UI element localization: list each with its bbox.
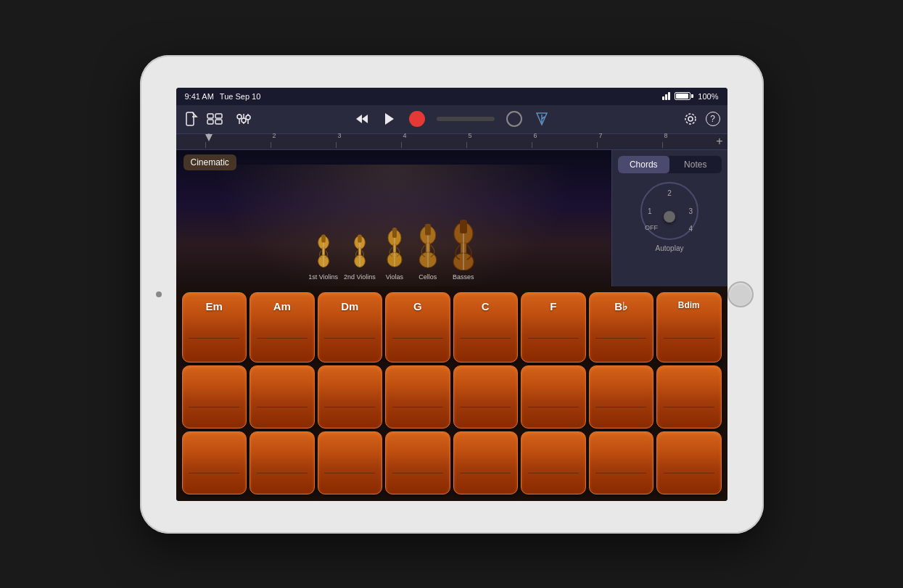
svg-rect-1 [207,114,213,118]
svg-point-17 [688,117,693,121]
chord-btn-bdim-top[interactable]: Bdim [656,292,722,363]
instrument-label-cellos: Cellos [418,273,437,281]
chord-label-bb: B♭ [614,300,627,313]
chord-btn-f-mid[interactable] [521,365,586,428]
chord-col-bdim: Bdim [656,292,722,495]
svg-point-9 [242,118,246,123]
rewind-button[interactable] [354,111,370,127]
chord-btn-g-mid[interactable] [385,365,450,428]
svg-rect-2 [215,114,222,118]
chord-btn-c-top[interactable]: C [453,292,519,363]
side-dot [156,291,162,297]
chord-btn-am-bot[interactable] [250,431,315,494]
toolbar-center [354,111,550,127]
autoplay-ring: 1 2 3 4 OFF [640,182,698,240]
metronome-button[interactable] [534,111,550,127]
chord-label-dm: Dm [341,300,358,312]
help-icon: ? [710,114,715,124]
chord-btn-bdim-mid[interactable] [656,365,722,428]
timeline-ruler: 1 2 3 4 5 6 7 8 + [176,134,727,150]
ruler-mark-1: 1 [205,142,271,148]
ruler-add-button[interactable]: + [716,135,722,148]
home-button[interactable] [727,281,754,307]
tab-chords[interactable]: Chords [618,156,670,173]
dial-off-label: OFF [645,224,658,231]
status-right: 100% [662,92,718,101]
main-content: Cinematic 1st Vi [176,150,727,286]
svg-rect-0 [186,112,194,125]
toolbar: ? [176,105,727,134]
svg-rect-3 [207,120,213,124]
svg-point-10 [246,115,250,120]
svg-point-18 [685,114,696,124]
svg-point-8 [237,115,242,119]
project-name[interactable]: Cinematic [184,154,236,170]
dial-num-2: 2 [667,189,672,197]
instrument-violas[interactable]: Violas [382,223,408,281]
chord-btn-g-bot[interactable] [385,431,450,494]
chord-col-am: Am [250,292,315,495]
instrument-1st-violins[interactable]: 1st Violins [308,231,338,281]
chord-col-bb: B♭ [589,292,654,495]
ruler-marks: 1 2 3 4 5 6 7 8 [205,134,727,149]
instrument-2nd-violins[interactable]: 2nd Violins [344,231,376,281]
chord-btn-bb-top[interactable]: B♭ [589,292,654,363]
autoplay-section: 1 2 3 4 OFF Autoplay [618,182,722,252]
chord-btn-dm-bot[interactable] [318,431,383,494]
tracks-icon[interactable] [207,111,223,127]
loop-button[interactable] [506,111,522,127]
battery-percent: 100% [698,92,718,101]
ipad-frame: 9:41 AM Tue Sep 10 100% [140,55,764,534]
instrument-label-2nd-violins: 2nd Violins [344,273,376,281]
ipad-screen: 9:41 AM Tue Sep 10 100% [176,88,727,501]
wifi-icon [662,92,670,100]
svg-rect-4 [215,120,222,124]
chord-label-g: G [413,300,422,312]
chord-btn-f-top[interactable]: F [521,292,586,363]
chord-btn-bb-bot[interactable] [589,431,654,494]
autoplay-dial[interactable]: 1 2 3 4 OFF [640,182,698,240]
chord-btn-em-top[interactable]: Em [182,292,247,363]
play-button[interactable] [382,111,397,127]
controls-panel: Chords Notes 1 2 3 4 [611,150,727,286]
svg-rect-32 [392,228,397,238]
chord-col-c: C [453,292,519,495]
help-button[interactable]: ? [706,112,720,126]
ruler-mark-3: 3 [336,142,401,148]
chord-btn-f-bot[interactable] [521,431,586,494]
instrument-cellos[interactable]: Cellos [413,220,442,281]
document-icon[interactable] [184,111,199,127]
svg-marker-13 [385,113,394,125]
ruler-mark-4: 4 [401,142,466,148]
chord-btn-c-bot[interactable] [453,431,519,494]
record-button[interactable] [409,111,425,127]
ruler-mark-6: 6 [532,142,597,148]
dial-knob[interactable] [664,211,675,223]
ruler-mark-7: 7 [597,142,662,148]
chord-label-f: F [550,300,556,312]
instruments-area: 1st Violins 2nd Violins [176,150,611,286]
chord-btn-dm-mid[interactable] [318,365,383,428]
chord-btn-bdim-bot[interactable] [656,431,722,494]
settings-button[interactable] [683,111,698,127]
svg-rect-27 [358,234,362,242]
chord-btn-am-top[interactable]: Am [250,292,315,363]
status-bar: 9:41 AM Tue Sep 10 100% [176,88,727,105]
chord-btn-g-top[interactable]: G [385,292,450,363]
chord-btn-em-bot[interactable] [182,431,247,494]
mixer-icon[interactable] [236,111,252,127]
chord-btn-c-mid[interactable] [453,365,519,428]
dial-num-3: 3 [688,207,693,215]
ruler-mark-2: 2 [271,142,336,148]
chord-col-em: Em [182,292,247,495]
tab-notes[interactable]: Notes [669,156,722,173]
chord-col-f: F [521,292,586,495]
chord-btn-am-mid[interactable] [250,365,315,428]
chord-btn-em-mid[interactable] [182,365,247,428]
chord-btn-bb-mid[interactable] [589,365,654,428]
instrument-label-violas: Violas [386,273,403,281]
instrument-basses[interactable]: Basses [448,216,479,281]
status-date: Tue Sep 10 [220,92,260,101]
chord-btn-dm-top[interactable]: Dm [318,292,383,363]
instrument-label-1st-violins: 1st Violins [308,273,338,281]
